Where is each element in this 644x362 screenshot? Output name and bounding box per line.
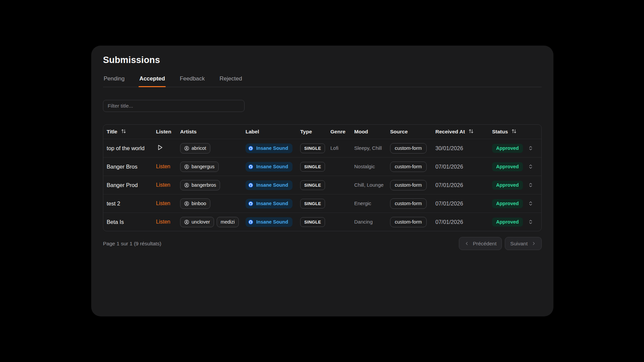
artist-name: binboo	[192, 201, 206, 206]
listen-link[interactable]: Listen	[156, 219, 170, 225]
column-header-artists: Artists	[177, 125, 242, 139]
label-chip: Insane Sound	[246, 217, 292, 227]
source-chip: custom-form	[390, 217, 427, 227]
label-logo-icon	[248, 219, 254, 225]
label-name: Insane Sound	[256, 145, 288, 151]
submissions-panel: Submissions PendingAcceptedFeedbackRejec…	[91, 46, 553, 316]
tab-feedback[interactable]: Feedback	[179, 73, 206, 87]
type-chip: SINGLE	[300, 143, 325, 153]
label-name: Insane Sound	[256, 164, 288, 169]
artist-name: bangergus	[192, 164, 215, 169]
listen-link[interactable]: Listen	[156, 200, 170, 206]
page-summary: Page 1 sur 1 (9 résultats)	[103, 241, 161, 247]
label-logo-icon	[248, 182, 254, 188]
type-chip: SINGLE	[300, 180, 325, 190]
table-header-row: Title Listen Artists Label Type Genre Mo…	[103, 125, 542, 139]
column-label: Status	[492, 129, 508, 135]
column-header-genre: Genre	[327, 125, 351, 139]
status-badge: Approved	[492, 144, 523, 153]
label-logo-icon	[248, 164, 254, 170]
type-chip: SINGLE	[300, 199, 325, 208]
listen-link[interactable]: Listen	[156, 182, 170, 188]
artist-name: abricot	[192, 145, 206, 151]
listen-link[interactable]: Listen	[156, 164, 170, 169]
tab-pending[interactable]: Pending	[103, 73, 125, 87]
artist-name: unclover	[192, 219, 210, 225]
row-title: top of the world	[107, 145, 145, 151]
status-badge: Approved	[492, 199, 523, 208]
chevron-right-glyph	[531, 241, 536, 246]
next-page-button[interactable]: Suivant	[505, 237, 542, 250]
chevron-right-icon	[531, 241, 536, 246]
sort-arrows-icon	[469, 129, 474, 134]
label-name: Insane Sound	[256, 182, 288, 188]
status-badge: Approved	[492, 181, 523, 190]
row-title: Banger Bros	[107, 164, 138, 170]
sort-arrows-icon	[121, 129, 126, 134]
table-footer: Page 1 sur 1 (9 résultats) Précédent Sui…	[103, 237, 542, 250]
previous-page-button[interactable]: Précédent	[459, 237, 502, 250]
user-circle-icon	[184, 201, 189, 206]
column-header-status[interactable]: Status	[489, 125, 542, 139]
status-badge: Approved	[492, 218, 523, 227]
table-row: test 2 Listen binboo Insane Sound SINGLE…	[103, 194, 542, 213]
column-header-mood: Mood	[351, 125, 387, 139]
filter-title-input[interactable]	[103, 100, 245, 112]
row-title: Beta Is	[107, 219, 124, 225]
artist-chip: binboo	[180, 198, 210, 209]
received-at-text: 07/01/2026	[435, 219, 463, 225]
source-chip: custom-form	[390, 180, 427, 190]
previous-page-label: Précédent	[473, 241, 497, 247]
status-badge: Approved	[492, 162, 523, 171]
source-chip: custom-form	[390, 198, 427, 209]
play-icon	[157, 144, 163, 150]
received-at-text: 07/01/2026	[435, 182, 463, 188]
submissions-table: Title Listen Artists Label Type Genre Mo…	[103, 124, 542, 231]
user-circle-icon	[184, 164, 189, 169]
column-label: Title	[107, 129, 117, 135]
tab-rejected[interactable]: Rejected	[219, 73, 243, 87]
artist-chip: unclover	[180, 217, 214, 227]
label-logo-icon	[248, 201, 254, 206]
column-label: Mood	[354, 129, 368, 135]
column-header-title[interactable]: Title	[103, 125, 153, 139]
filter-bar	[103, 100, 542, 112]
artist-name: bangerbros	[192, 182, 216, 188]
tab-accepted[interactable]: Accepted	[139, 73, 166, 87]
status-select-button[interactable]	[528, 201, 533, 206]
artist-chip: medizi	[217, 217, 239, 227]
chevron-left-icon	[464, 241, 469, 246]
mood-text: Sleepy, Chill	[354, 145, 382, 151]
chevrons-up-down-icon	[528, 201, 533, 206]
label-name: Insane Sound	[256, 201, 288, 206]
genre-text: Lofi	[330, 145, 338, 151]
column-header-listen: Listen	[153, 125, 177, 139]
column-header-received-at[interactable]: Received At	[432, 125, 489, 139]
received-at-text: 07/01/2026	[435, 200, 463, 206]
received-at-text: 07/01/2026	[435, 164, 463, 170]
user-circle-icon	[184, 183, 189, 188]
table-row: Banger Prod Listen bangerbros Insane Sou…	[103, 176, 542, 194]
status-select-button[interactable]	[528, 219, 533, 225]
user-circle-icon	[184, 220, 189, 225]
play-button[interactable]	[157, 144, 163, 150]
label-chip: Insane Sound	[246, 199, 292, 208]
column-label: Label	[246, 129, 259, 135]
column-label: Listen	[156, 129, 171, 135]
row-title: Banger Prod	[107, 182, 138, 188]
column-label: Genre	[330, 129, 345, 135]
artist-chip: bangergus	[180, 162, 219, 172]
label-logo-icon	[248, 145, 254, 151]
column-label: Source	[390, 129, 408, 135]
chevrons-up-down-icon	[528, 145, 533, 151]
source-chip: custom-form	[390, 143, 427, 154]
status-select-button[interactable]	[528, 164, 533, 169]
chevrons-up-down-icon	[528, 219, 533, 225]
status-select-button[interactable]	[528, 182, 533, 188]
table-row: Beta Is Listen unclovermedizi Insane Sou…	[103, 213, 542, 231]
page-title: Submissions	[103, 55, 542, 65]
artist-chip: bangerbros	[180, 180, 220, 190]
sort-arrows-icon	[512, 129, 517, 134]
status-select-button[interactable]	[528, 145, 533, 151]
mood-text: Chill, Lounge	[354, 182, 384, 188]
